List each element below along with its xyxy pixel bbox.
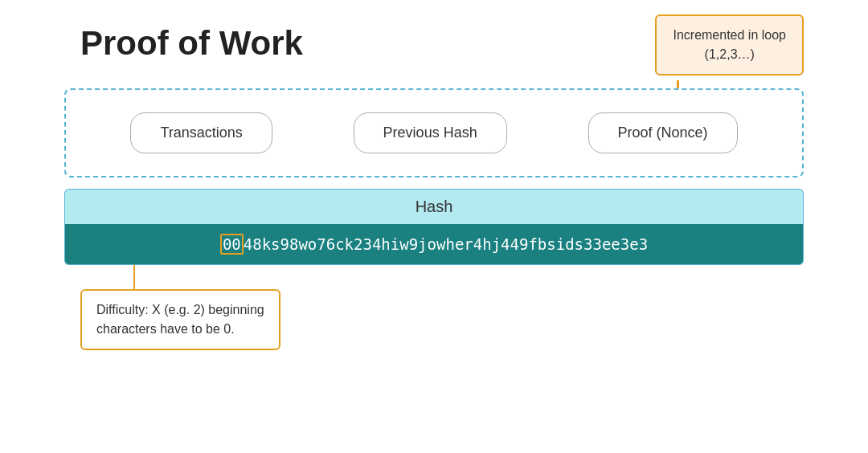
hash-rest: 48ks98wo76ck234hiw9jowher4hj449fbsids33e… bbox=[244, 235, 648, 253]
hash-value: 0048ks98wo76ck234hiw9jowher4hj449fbsids3… bbox=[64, 224, 804, 265]
difficulty-line1: Difficulty: X (e.g. 2) beginning bbox=[96, 303, 264, 316]
nonce-pill: Proof (Nonce) bbox=[588, 112, 738, 153]
hash-label: Hash bbox=[64, 189, 804, 224]
difficulty-tooltip: Difficulty: X (e.g. 2) beginning charact… bbox=[80, 289, 280, 350]
incremented-line2: (1,2,3…) bbox=[705, 47, 755, 61]
incremented-line1: Incremented in loop bbox=[673, 28, 786, 42]
transactions-pill: Transactions bbox=[130, 112, 272, 153]
connector-line bbox=[133, 265, 135, 289]
inputs-container: Transactions Previous Hash Proof (Nonce) bbox=[64, 88, 804, 178]
incremented-tooltip: Incremented in loop (1,2,3…) bbox=[655, 14, 804, 76]
hash-highlight: 00 bbox=[220, 234, 244, 255]
previous-hash-pill: Previous Hash bbox=[354, 112, 507, 153]
difficulty-line2: characters have to be 0. bbox=[96, 322, 235, 336]
hash-area: Hash 0048ks98wo76ck234hiw9jowher4hj449fb… bbox=[64, 189, 804, 265]
